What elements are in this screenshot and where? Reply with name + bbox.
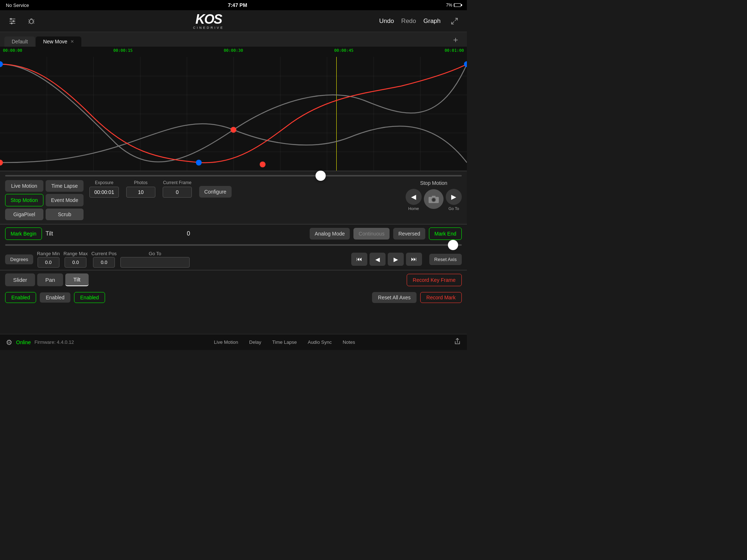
stop-motion-label: Stop Motion — [420, 180, 448, 186]
expand-icon[interactable] — [448, 15, 461, 28]
enabled-tilt-button[interactable]: Enabled — [74, 292, 105, 303]
axis-slider-thumb[interactable] — [448, 240, 458, 250]
step-back-button[interactable]: ◀ — [369, 253, 386, 266]
nav-buttons: ⏮ ◀ ▶ ⏭ — [351, 253, 422, 266]
bottom-bar: ⚙ Online Firmware: 4.4.0.12 Live Motion … — [0, 334, 467, 350]
scrub-button[interactable]: Scrub — [46, 209, 84, 220]
service-status: No Service — [6, 3, 29, 8]
main-slider-row[interactable] — [5, 175, 462, 176]
logo: KOS CINEDRIVE — [38, 13, 379, 30]
configure-button[interactable]: Configure — [199, 186, 232, 198]
bottom-center: Live Motion Delay Time Lapse Audio Sync … — [115, 339, 454, 345]
fast-forward-button[interactable]: ⏭ — [406, 253, 422, 266]
tab-slider[interactable]: Slider — [5, 273, 35, 286]
stop-motion-button[interactable]: Stop Motion — [5, 194, 43, 206]
event-mode-button[interactable]: Event Mode — [46, 194, 84, 206]
current-frame-value[interactable]: 0 — [163, 187, 192, 198]
svg-line-11 — [28, 23, 30, 23]
main-slider-thumb[interactable] — [316, 171, 326, 181]
range-max-label: Range Max — [63, 251, 88, 256]
bottom-nav-delay[interactable]: Delay — [249, 339, 261, 345]
svg-point-23 — [432, 198, 435, 201]
tab-pan[interactable]: Pan — [37, 273, 63, 286]
debug-icon[interactable] — [25, 15, 38, 28]
bottom-nav-live-motion[interactable]: Live Motion — [214, 339, 238, 345]
record-mark-button[interactable]: Record Mark — [420, 292, 462, 303]
mark-end-button[interactable]: Mark End — [429, 228, 462, 240]
svg-point-19 — [196, 160, 202, 166]
fast-rewind-button[interactable]: ⏮ — [351, 253, 367, 266]
reset-all-axes-button[interactable]: Reset All Axes — [372, 292, 417, 303]
capture-button[interactable] — [424, 189, 444, 209]
undo-button[interactable]: Undo — [379, 18, 394, 25]
axis-slider-track[interactable] — [5, 244, 462, 246]
photos-value[interactable]: 10 — [126, 187, 155, 198]
axis-tabs: Slider Pan Tilt — [5, 273, 89, 286]
camera-btn-col — [424, 189, 444, 210]
current-pos-value[interactable]: 0.0 — [93, 257, 115, 268]
logo-sub: CINEDRIVE — [38, 26, 379, 30]
main-slider-track[interactable] — [5, 175, 462, 176]
gigapixel-button[interactable]: GigaPixel — [5, 209, 43, 220]
continuous-button[interactable]: Continuous — [353, 228, 390, 240]
mixer-icon[interactable] — [6, 15, 19, 28]
timeline-ruler: 00:00:00 00:00:15 00:00:30 00:00:45 00:0… — [0, 47, 467, 57]
analog-mode-button[interactable]: Analog Mode — [310, 228, 350, 240]
range-min-field: Range Min 0.0 — [37, 251, 60, 268]
range-min-value[interactable]: 0.0 — [38, 257, 59, 268]
tab-tilt[interactable]: Tilt — [65, 273, 88, 286]
axis-row: Mark Begin Tilt 0 Analog Mode Continuous… — [0, 224, 467, 243]
tab-close-icon[interactable]: ✕ — [70, 39, 74, 44]
goto-input[interactable] — [120, 257, 190, 268]
enabled-slider-button[interactable]: Enabled — [5, 292, 36, 303]
capture-controls: Exposure 00:00:01 Photos 10 Current Fram… — [89, 180, 406, 198]
redo-button[interactable]: Redo — [401, 18, 416, 25]
time-marker-2: 00:00:30 — [224, 48, 243, 55]
axis-tabs-row: Slider Pan Tilt Record Key Frame — [0, 270, 467, 289]
degrees-button[interactable]: Degrees — [5, 254, 33, 264]
range-max-field: Range Max 0.0 — [63, 251, 88, 268]
time-lapse-button[interactable]: Time Lapse — [46, 180, 84, 192]
axis-slider-row[interactable] — [0, 243, 467, 249]
current-pos-label: Current Pos — [92, 251, 117, 256]
share-icon[interactable] — [454, 338, 461, 347]
gear-icon[interactable]: ⚙ — [6, 338, 12, 347]
tab-add-button[interactable]: ＋ — [449, 33, 462, 47]
current-pos-field: Current Pos 0.0 — [92, 251, 117, 268]
goto-btn-col: ▶ Go To — [446, 189, 462, 211]
reversed-button[interactable]: Reversed — [393, 228, 425, 240]
bottom-nav-notes[interactable]: Notes — [342, 339, 355, 345]
home-btn-col: ◀ Home — [406, 189, 422, 211]
bottom-left: ⚙ Online Firmware: 4.4.0.12 — [6, 338, 115, 347]
goto-button[interactable]: ▶ — [446, 189, 462, 205]
online-status: Online — [16, 339, 31, 345]
enabled-pan-button[interactable]: Enabled — [40, 292, 70, 303]
bottom-nav-time-lapse[interactable]: Time Lapse — [272, 339, 297, 345]
goto-label: Go To — [149, 251, 161, 256]
svg-line-13 — [455, 18, 457, 21]
axis-right-buttons: Record Key Frame — [407, 274, 462, 286]
mode-buttons-left: Live Motion Time Lapse Stop Motion Event… — [5, 180, 84, 220]
mark-begin-button[interactable]: Mark Begin — [5, 228, 42, 240]
graph-svg[interactable] — [0, 57, 467, 171]
svg-rect-24 — [432, 196, 436, 197]
bottom-nav-audio-sync[interactable]: Audio Sync — [308, 339, 332, 345]
goto-field: Go To — [120, 251, 190, 268]
range-max-value[interactable]: 0.0 — [65, 257, 86, 268]
tabs-bar: Default New Move ✕ ＋ — [0, 32, 467, 47]
step-forward-button[interactable]: ▶ — [388, 253, 404, 266]
tab-default[interactable]: Default — [4, 36, 35, 47]
time-marker-0: 00:00:00 — [3, 48, 22, 55]
exposure-value[interactable]: 00:00:01 — [89, 187, 119, 198]
home-button[interactable]: ◀ — [406, 189, 422, 205]
graph-button[interactable]: Graph — [423, 18, 441, 25]
graph-canvas[interactable] — [0, 57, 467, 171]
record-keyframe-button[interactable]: Record Key Frame — [407, 274, 462, 286]
firmware-text: Firmware: 4.4.0.12 — [34, 339, 74, 345]
tab-new-move[interactable]: New Move ✕ — [36, 36, 81, 47]
tab-default-label: Default — [12, 39, 28, 44]
reset-axis-button[interactable]: Reset Axis — [429, 254, 462, 265]
graph-area: 00:00:00 00:00:15 00:00:30 00:00:45 00:0… — [0, 47, 467, 171]
live-motion-button[interactable]: Live Motion — [5, 180, 43, 192]
controls-section: Live Motion Time Lapse Stop Motion Event… — [0, 171, 467, 224]
